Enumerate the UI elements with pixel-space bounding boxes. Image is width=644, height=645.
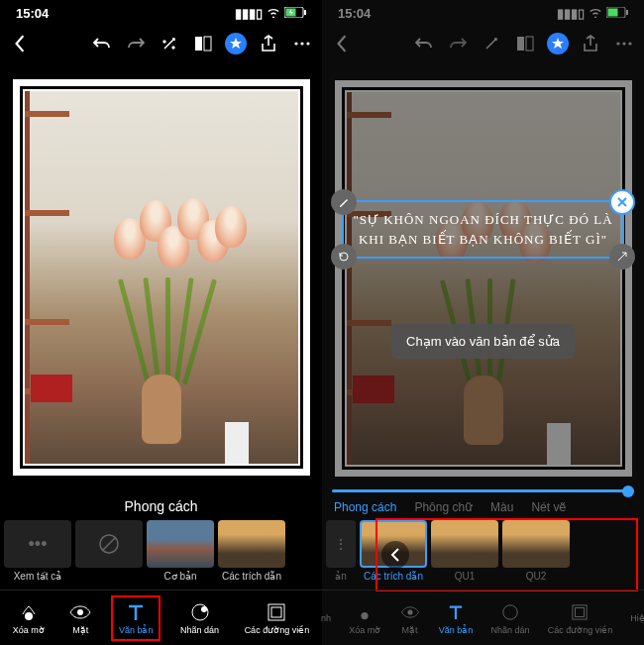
svg-point-12 xyxy=(201,606,207,612)
svg-rect-13 xyxy=(268,604,284,620)
photo xyxy=(347,92,620,465)
tab-color[interactable]: Màu xyxy=(490,500,513,514)
photo-frame xyxy=(13,79,310,476)
compare-icon[interactable] xyxy=(513,32,537,55)
style-more[interactable]: ⋮ ản xyxy=(326,520,356,590)
canvas[interactable]: "SỰ KHÔN NGOAN ĐÍCH THỰC ĐÓ LÀ KHI BẠN B… xyxy=(322,61,644,494)
status-bar: 15:04 ▮▮▮▯ xyxy=(322,0,644,26)
style-qu1[interactable]: QU1 xyxy=(431,520,498,590)
text-overlay[interactable]: "SỰ KHÔN NGOAN ĐÍCH THỰC ĐÓ LÀ KHI BẠN B… xyxy=(342,200,624,259)
border-icon xyxy=(266,601,287,623)
nav-sticker[interactable]: Nhãn dán xyxy=(174,597,225,639)
svg-rect-2 xyxy=(304,10,306,15)
share-icon[interactable] xyxy=(579,32,602,55)
carousel-back-icon[interactable] xyxy=(381,541,409,569)
style-basic[interactable]: Cơ bản xyxy=(147,520,214,590)
nav-text[interactable]: Văn bản xyxy=(111,595,161,641)
nav-partial-right[interactable]: Hiệ xyxy=(624,609,644,627)
nav-text[interactable]: Văn bản xyxy=(433,597,480,639)
svg-point-9 xyxy=(25,612,33,620)
close-handle-icon[interactable] xyxy=(609,189,635,215)
svg-point-10 xyxy=(77,609,83,615)
nav-sticker[interactable]: Nhãn dán xyxy=(484,597,535,639)
section-title: Phong cách xyxy=(0,492,322,520)
more-icon: ••• xyxy=(4,520,71,568)
status-bar: 15:04 ▮▮▮▯ xyxy=(0,0,322,26)
battery-icon xyxy=(606,6,628,21)
bottom-nav: nh Xóa mờ Mặt Văn bản Nhãn dán Các đường… xyxy=(322,590,644,645)
more-icon[interactable] xyxy=(290,32,314,55)
svg-point-24 xyxy=(407,609,412,614)
slider[interactable] xyxy=(332,489,634,492)
svg-point-22 xyxy=(628,42,631,45)
favorite-button[interactable] xyxy=(225,33,247,54)
border-icon xyxy=(569,601,590,623)
style-carousel[interactable]: ⋮ ản Các trích dẫn QU1 QU2 xyxy=(322,520,644,590)
status-indicators: ▮▮▮▯ xyxy=(235,6,306,21)
signal-icon: ▮▮▮▯ xyxy=(557,6,585,21)
battery-icon xyxy=(284,6,306,21)
nav-border[interactable]: Các đường viền xyxy=(239,597,316,639)
style-thumb xyxy=(147,520,214,568)
rotate-handle-icon[interactable] xyxy=(331,244,357,269)
edit-tooltip: Chạm vào văn bản để sửa xyxy=(390,324,576,359)
resize-handle-icon[interactable] xyxy=(609,244,635,269)
style-quotes[interactable]: Các trích dẫn xyxy=(218,520,285,590)
style-carousel[interactable]: ••• Xem tất cả Cơ bản Các trích dẫn xyxy=(0,520,322,590)
style-thumb xyxy=(218,520,285,568)
photo-frame xyxy=(335,80,632,477)
svg-rect-19 xyxy=(526,37,533,51)
back-button[interactable] xyxy=(8,32,32,55)
svg-point-7 xyxy=(306,42,309,45)
svg-rect-18 xyxy=(517,37,524,51)
screen-right: 15:04 ▮▮▮▯ xyxy=(322,0,644,645)
nav-border[interactable]: Các đường viền xyxy=(542,597,619,639)
more-icon: ⋮ xyxy=(326,520,356,568)
none-icon xyxy=(75,520,143,568)
wifi-icon xyxy=(267,6,280,21)
edit-handle-icon[interactable] xyxy=(331,189,357,215)
svg-rect-4 xyxy=(204,37,211,51)
tab-style[interactable]: Phong cách xyxy=(334,500,396,514)
text-tabs: Phong cách Phông chữ Màu Nét vẽ xyxy=(322,494,644,520)
favorite-button[interactable] xyxy=(547,33,569,54)
nav-face[interactable]: Mặt xyxy=(63,597,97,639)
style-thumb xyxy=(502,520,570,568)
status-time: 15:04 xyxy=(16,6,49,21)
redo-icon[interactable] xyxy=(124,32,148,55)
compare-icon[interactable] xyxy=(191,32,215,55)
svg-point-20 xyxy=(616,42,619,45)
nav-face[interactable]: Mặt xyxy=(393,597,427,639)
svg-point-5 xyxy=(294,42,297,45)
undo-icon[interactable] xyxy=(412,32,436,55)
nav-partial[interactable]: nh xyxy=(315,609,337,627)
quote-text[interactable]: "SỰ KHÔN NGOAN ĐÍCH THỰC ĐÓ LÀ KHI BẠN B… xyxy=(352,210,614,249)
nav-blur[interactable]: Xóa mờ xyxy=(7,597,51,639)
canvas[interactable] xyxy=(0,61,322,492)
photo xyxy=(25,91,298,464)
style-see-all[interactable]: ••• Xem tất cả xyxy=(4,520,71,590)
tab-stroke[interactable]: Nét vẽ xyxy=(531,500,566,514)
screen-left: 15:04 ▮▮▮▯ xyxy=(0,0,322,645)
back-button[interactable] xyxy=(330,32,354,55)
undo-icon[interactable] xyxy=(90,32,114,55)
svg-rect-26 xyxy=(573,604,587,618)
magic-icon[interactable] xyxy=(158,32,181,55)
share-icon[interactable] xyxy=(257,32,280,55)
status-time: 15:04 xyxy=(338,6,371,21)
svg-rect-3 xyxy=(195,37,202,51)
style-qu2[interactable]: QU2 xyxy=(502,520,570,590)
svg-point-25 xyxy=(503,604,517,618)
more-icon[interactable] xyxy=(612,32,636,55)
style-none[interactable] xyxy=(75,520,143,590)
wifi-icon xyxy=(589,6,602,21)
eye-icon xyxy=(69,601,91,623)
magic-icon[interactable] xyxy=(480,32,503,55)
tab-font[interactable]: Phông chữ xyxy=(414,500,473,514)
nav-blur[interactable]: Xóa mờ xyxy=(343,597,386,639)
svg-rect-14 xyxy=(271,607,281,617)
redo-icon[interactable] xyxy=(446,32,470,55)
svg-rect-16 xyxy=(608,8,618,16)
svg-point-11 xyxy=(192,604,208,620)
status-indicators: ▮▮▮▯ xyxy=(557,6,628,21)
